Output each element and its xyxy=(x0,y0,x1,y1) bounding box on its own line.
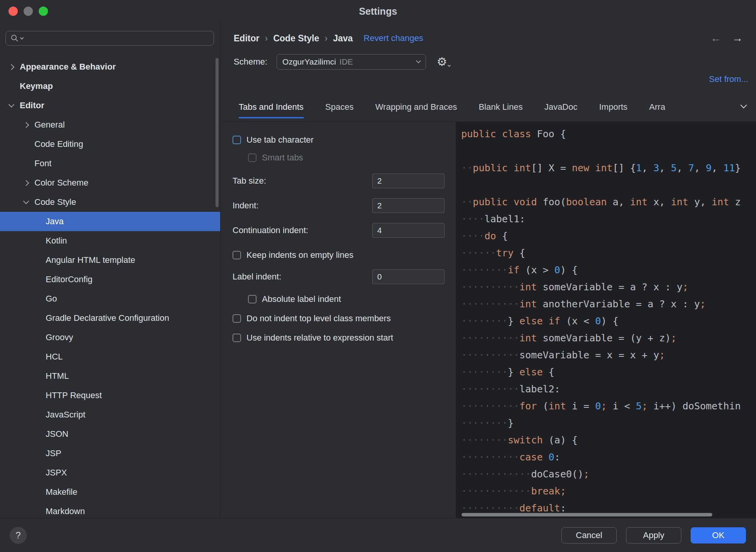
indents-relative-checkbox[interactable] xyxy=(233,334,241,342)
tab-size-input[interactable] xyxy=(372,174,445,188)
sidebar-item-json[interactable]: JSON xyxy=(0,424,220,444)
sidebar-item-label: Markdown xyxy=(46,506,85,516)
label-indent-option: Label indent: xyxy=(233,269,445,284)
code-horizontal-scrollbar[interactable] xyxy=(462,513,712,516)
sidebar-item-markdown[interactable]: Markdown xyxy=(0,502,220,518)
gear-icon[interactable] xyxy=(437,56,450,68)
sidebar-item-font[interactable]: Font xyxy=(0,154,220,173)
code-line: ··········for (int i = 0; i < 5; i++) do… xyxy=(461,398,756,415)
sidebar-item-gradle-declarative-configuration[interactable]: Gradle Declarative Configuration xyxy=(0,308,220,328)
sidebar-item-color-scheme[interactable]: Color Scheme xyxy=(0,173,220,193)
smart-tabs-option: Smart tabs xyxy=(233,153,445,163)
sidebar-item-label: JSP xyxy=(46,448,61,458)
code-line: ··public int[] X = new int[] {1, 3, 5, 7… xyxy=(461,160,756,177)
indent-option: Indent: xyxy=(233,198,445,213)
code-style-tabs-row: Tabs and IndentsSpacesWrapping and Brace… xyxy=(221,84,756,118)
revert-changes-link[interactable]: Revert changes xyxy=(364,33,423,43)
sidebar-item-kotlin[interactable]: Kotlin xyxy=(0,231,220,250)
sidebar-item-appearance-behavior[interactable]: Appearance & Behavior xyxy=(0,57,220,77)
help-button[interactable]: ? xyxy=(10,527,27,544)
code-preview-panel: public class Foo { ··public int[] X = ne… xyxy=(456,122,756,518)
tabs-overflow-chevron-icon[interactable] xyxy=(741,102,747,109)
indent-options: Use tab character Smart tabs Tab size: I… xyxy=(221,122,456,518)
back-arrow-icon[interactable] xyxy=(710,33,721,44)
set-from-link[interactable]: Set from... xyxy=(709,74,748,84)
code-line: ····do { xyxy=(461,228,756,245)
sidebar-item-code-editing[interactable]: Code Editing xyxy=(0,135,220,154)
sidebar-scrollbar[interactable] xyxy=(216,58,219,207)
no-indent-top-level-option: Do not indent top level class members xyxy=(233,313,445,324)
sidebar-item-label: HTML xyxy=(46,371,69,381)
option-label: Label indent: xyxy=(233,272,281,282)
smart-tabs-checkbox[interactable] xyxy=(248,153,257,162)
sidebar-item-go[interactable]: Go xyxy=(0,289,220,308)
sidebar-item-html[interactable]: HTML xyxy=(0,366,220,386)
scheme-select[interactable]: OzgurYazilimci IDE xyxy=(277,54,426,70)
sidebar-item-label: Angular HTML template xyxy=(46,255,135,265)
apply-button[interactable]: Apply xyxy=(626,527,681,543)
keep-indents-checkbox[interactable] xyxy=(233,251,241,259)
sidebar-item-makefile[interactable]: Makefile xyxy=(0,482,220,502)
sidebar-item-label: Go xyxy=(46,294,57,304)
tab-imports[interactable]: Imports xyxy=(599,102,627,118)
close-window-button[interactable] xyxy=(9,7,18,16)
ok-button[interactable]: OK xyxy=(691,527,746,543)
tab-tabs-and-indents[interactable]: Tabs and Indents xyxy=(239,102,304,118)
chevron-right-icon[interactable] xyxy=(9,64,15,70)
sidebar-item-javascript[interactable]: JavaScript xyxy=(0,405,220,424)
cancel-button[interactable]: Cancel xyxy=(561,527,617,543)
use-tab-character-checkbox[interactable] xyxy=(233,136,241,144)
sidebar-item-java[interactable]: Java xyxy=(0,212,220,231)
chevron-down-icon[interactable] xyxy=(23,198,29,204)
keep-indents-option: Keep indents on empty lines xyxy=(233,250,445,260)
tab-arra[interactable]: Arra xyxy=(649,102,665,118)
scheme-value: OzgurYazilimci xyxy=(282,57,336,66)
sidebar-item-http-request[interactable]: HTTP Request xyxy=(0,386,220,405)
chevron-right-icon[interactable] xyxy=(23,180,29,186)
sidebar-item-angular-html-template[interactable]: Angular HTML template xyxy=(0,250,220,270)
sidebar-item-groovy[interactable]: Groovy xyxy=(0,328,220,347)
sidebar-item-keymap[interactable]: Keymap xyxy=(0,77,220,96)
breadcrumb-item-editor[interactable]: Editor xyxy=(234,33,259,44)
tab-wrapping-and-braces[interactable]: Wrapping and Braces xyxy=(375,102,457,118)
sidebar-item-code-style[interactable]: Code Style xyxy=(0,193,220,212)
tab-blank-lines[interactable]: Blank Lines xyxy=(479,102,523,118)
tab-spaces[interactable]: Spaces xyxy=(325,102,354,118)
sidebar-item-jspx[interactable]: JSPX xyxy=(0,463,220,482)
code-line: ··········int anotherVariable = a ? x : … xyxy=(461,296,756,313)
forward-arrow-icon[interactable] xyxy=(732,33,743,44)
option-label: Keep indents on empty lines xyxy=(246,250,353,260)
code-line: ··········case 0: xyxy=(461,449,756,466)
minimize-window-button[interactable] xyxy=(24,7,33,16)
breadcrumb-item-java[interactable]: Java xyxy=(333,33,353,44)
scheme-label: Scheme: xyxy=(234,57,267,67)
sidebar-item-editorconfig[interactable]: EditorConfig xyxy=(0,270,220,289)
code-line: ··········int someVariable = a ? x : y; xyxy=(461,279,756,296)
sidebar-item-hcl[interactable]: HCL xyxy=(0,347,220,366)
sidebar-item-general[interactable]: General xyxy=(0,115,220,135)
tab-javadoc[interactable]: JavaDoc xyxy=(544,102,578,118)
sidebar-item-jsp[interactable]: JSP xyxy=(0,444,220,463)
sidebar-item-label: HCL xyxy=(46,352,63,362)
sidebar-item-label: Groovy xyxy=(46,332,73,342)
dialog-buttons: Cancel Apply OK xyxy=(561,527,746,543)
breadcrumb-separator: › xyxy=(265,33,268,44)
zoom-window-button[interactable] xyxy=(39,7,48,16)
continuation-indent-input[interactable] xyxy=(372,223,445,238)
settings-search-input[interactable] xyxy=(26,34,209,43)
chevron-right-icon[interactable] xyxy=(23,122,29,128)
sidebar-item-editor[interactable]: Editor xyxy=(0,96,220,115)
no-indent-top-level-checkbox[interactable] xyxy=(233,314,241,323)
label-indent-input[interactable] xyxy=(372,269,445,284)
settings-sidebar: Appearance & BehaviorKeymapEditorGeneral… xyxy=(0,22,221,518)
chevron-down-icon[interactable] xyxy=(9,102,15,108)
sidebar-item-label: Code Editing xyxy=(34,139,83,149)
code-line: ············break; xyxy=(461,483,756,500)
option-label: Smart tabs xyxy=(262,153,303,163)
search-options-chevron-icon xyxy=(20,36,24,40)
indent-input[interactable] xyxy=(372,198,445,213)
absolute-label-indent-checkbox[interactable] xyxy=(248,295,257,303)
breadcrumb-row: Editor›Code Style›Java Revert changes xyxy=(221,22,756,44)
settings-search-box[interactable] xyxy=(5,31,214,46)
breadcrumb-item-code-style[interactable]: Code Style xyxy=(273,33,319,44)
